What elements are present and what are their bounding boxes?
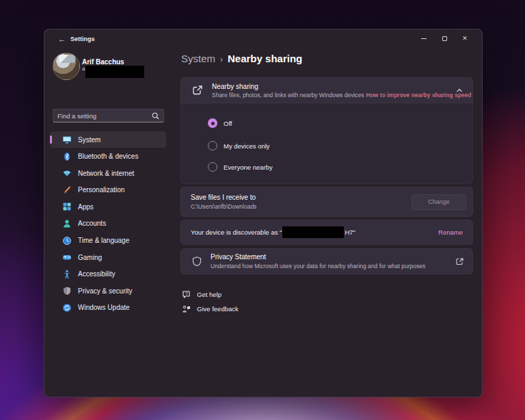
radio-label: Everyone nearby bbox=[224, 163, 273, 171]
sidebar-item-label: Accounts bbox=[78, 220, 106, 227]
avatar[interactable] bbox=[53, 53, 80, 80]
nearby-sharing-description: Share files, photos, and links with near… bbox=[212, 92, 449, 99]
nearby-sharing-options: Off My devices only Everyone nearby bbox=[180, 103, 473, 184]
settings-window: ← Settings ✕ Arif Bacchus a bbox=[44, 29, 483, 397]
sidebar-item-network[interactable]: Network & internet bbox=[50, 165, 166, 181]
shield-icon bbox=[191, 256, 202, 267]
sidebar-item-gaming[interactable]: Gaming bbox=[50, 249, 166, 265]
back-button[interactable]: ← bbox=[58, 35, 66, 43]
sidebar-item-label: Time & language bbox=[78, 237, 129, 244]
discoverable-row: Your device is discoverable as " H7" Ren… bbox=[180, 220, 473, 245]
breadcrumb-separator-icon: › bbox=[220, 55, 223, 64]
sidebar-item-windows-update[interactable]: Windows Update bbox=[50, 300, 166, 316]
search-icon[interactable] bbox=[152, 112, 159, 120]
sidebar-item-label: Personalization bbox=[78, 186, 124, 194]
app-title: Settings bbox=[70, 36, 95, 42]
main-content: System › Nearby sharing Nearby sharing S… bbox=[180, 29, 473, 397]
description-text: Share files, photos, and links with near… bbox=[212, 92, 364, 99]
sidebar-nav: System Bluetooth & devices Network & int… bbox=[50, 131, 166, 317]
nearby-sharing-title: Nearby sharing bbox=[212, 83, 449, 90]
nearby-sharing-header[interactable]: Nearby sharing Share files, photos, and … bbox=[180, 77, 473, 103]
accounts-icon bbox=[62, 219, 72, 228]
breadcrumb-parent[interactable]: System bbox=[181, 53, 215, 64]
radio-icon bbox=[208, 118, 217, 128]
chevron-up-icon[interactable] bbox=[455, 86, 464, 95]
windows-update-icon bbox=[62, 303, 72, 313]
sidebar-item-label: Windows Update bbox=[78, 304, 130, 311]
radio-option-off[interactable]: Off bbox=[208, 118, 232, 129]
external-link-icon bbox=[455, 257, 464, 266]
personalization-icon bbox=[62, 185, 72, 195]
get-help-label: Get help bbox=[197, 291, 221, 298]
svg-text:?: ? bbox=[185, 291, 188, 296]
discoverable-text: Your device is discoverable as " H7" bbox=[191, 226, 438, 238]
email-text: a bbox=[82, 66, 85, 72]
nearby-sharing-texts: Nearby sharing Share files, photos, and … bbox=[212, 83, 449, 99]
help-icon: ? bbox=[182, 290, 191, 299]
accessibility-icon bbox=[62, 270, 72, 279]
nearby-share-icon bbox=[191, 84, 204, 96]
save-files-row: Save files I receive to C:\Users\arifb\D… bbox=[180, 187, 473, 217]
sidebar-item-label: Privacy & security bbox=[78, 287, 132, 295]
apps-icon bbox=[62, 202, 72, 211]
sidebar-item-bluetooth[interactable]: Bluetooth & devices bbox=[50, 148, 166, 165]
change-button[interactable]: Change bbox=[412, 194, 466, 210]
sidebar-item-label: Apps bbox=[78, 203, 94, 211]
rename-link[interactable]: Rename bbox=[438, 228, 463, 236]
sidebar: Arif Bacchus a System bbox=[44, 50, 174, 397]
sidebar-item-personalization[interactable]: Personalization bbox=[50, 182, 166, 198]
network-icon bbox=[62, 168, 72, 178]
save-files-title: Save files I receive to bbox=[191, 194, 412, 201]
save-files-texts: Save files I receive to C:\Users\arifb\D… bbox=[191, 194, 412, 210]
breadcrumb: System › Nearby sharing bbox=[181, 53, 302, 64]
device-name-redaction bbox=[282, 226, 344, 238]
sidebar-item-label: Gaming bbox=[78, 254, 102, 261]
search-input[interactable] bbox=[53, 112, 152, 120]
search-box[interactable] bbox=[53, 109, 164, 122]
sidebar-item-time-language[interactable]: Time & language bbox=[50, 233, 166, 249]
profile-name: Arif Bacchus bbox=[82, 58, 124, 66]
give-feedback-link[interactable]: Give feedback bbox=[182, 304, 239, 313]
bluetooth-icon bbox=[62, 152, 72, 161]
profile-email: a bbox=[82, 66, 144, 78]
privacy-texts: Privacy Statement Understand how Microso… bbox=[211, 253, 450, 270]
discoverable-suffix: H7" bbox=[345, 228, 355, 236]
give-feedback-label: Give feedback bbox=[197, 305, 239, 313]
privacy-description: Understand how Microsoft uses your data … bbox=[211, 263, 450, 270]
sidebar-item-label: Network & internet bbox=[78, 170, 134, 177]
get-help-link[interactable]: ? Get help bbox=[182, 290, 221, 299]
privacy-security-icon bbox=[62, 286, 72, 296]
sidebar-item-accessibility[interactable]: Accessibility bbox=[50, 266, 166, 283]
sidebar-item-label: System bbox=[78, 136, 100, 144]
sidebar-item-label: Bluetooth & devices bbox=[78, 153, 138, 160]
radio-icon bbox=[208, 141, 217, 150]
privacy-statement-row[interactable]: Privacy Statement Understand how Microso… bbox=[180, 248, 473, 274]
system-icon bbox=[62, 135, 72, 144]
privacy-title: Privacy Statement bbox=[211, 253, 450, 261]
gaming-icon bbox=[62, 252, 72, 262]
save-files-path: C:\Users\arifb\Downloads bbox=[191, 203, 412, 210]
radio-label: My devices only bbox=[224, 142, 270, 150]
sidebar-item-privacy-security[interactable]: Privacy & security bbox=[50, 283, 166, 299]
radio-option-everyone-nearby[interactable]: Everyone nearby bbox=[208, 161, 273, 172]
sidebar-item-accounts[interactable]: Accounts bbox=[50, 215, 166, 232]
page-title: Nearby sharing bbox=[228, 53, 302, 64]
sidebar-item-system[interactable]: System bbox=[50, 131, 166, 148]
sidebar-item-apps[interactable]: Apps bbox=[50, 198, 166, 215]
radio-icon bbox=[208, 162, 217, 172]
time-language-icon bbox=[62, 236, 72, 246]
feedback-icon bbox=[182, 304, 191, 313]
radio-option-my-devices-only[interactable]: My devices only bbox=[208, 140, 270, 151]
discoverable-prefix: Your device is discoverable as " bbox=[191, 228, 282, 236]
sidebar-item-label: Accessibility bbox=[78, 270, 115, 278]
radio-label: Off bbox=[224, 120, 232, 127]
email-redaction bbox=[85, 66, 144, 78]
